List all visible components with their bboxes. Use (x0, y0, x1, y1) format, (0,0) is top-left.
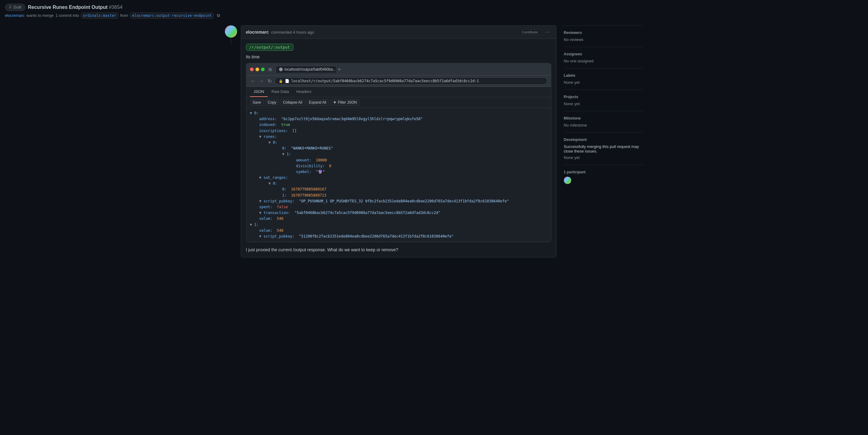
json-line: 0: 1670779085889167 (250, 187, 547, 192)
json-line: ▼ 1: (250, 222, 547, 228)
address-bar[interactable]: 🔒 📄 localhost/r/output/5abf0460bacb6274c… (275, 77, 547, 85)
milestone-title: Milestone (564, 116, 644, 121)
assignees-title: Assignees (564, 52, 644, 56)
json-line: ▼ script_pubkey: "51200f8c2facb2351ede80… (250, 234, 547, 239)
main-layout: elocremarc commented 4 hours ago Contrib… (220, 21, 648, 262)
development-section: Development Successfully merging this pu… (564, 132, 644, 165)
tl-red (250, 68, 254, 71)
json-content: ▼ 0: address: "bc1pp7xzlt9jx50daqzw5rxma… (246, 108, 551, 242)
back-button[interactable]: ← (250, 78, 256, 85)
projects-title: Projects (564, 95, 644, 99)
labels-section: Labels None yet (564, 68, 644, 90)
contributor-badge: Contributor (519, 29, 541, 35)
forward-button[interactable]: → (258, 78, 265, 85)
comment-left (225, 25, 237, 44)
json-toolbar: Save Copy Collapse All Expand All ▼ Filt… (246, 97, 551, 108)
assignees-value: No one assigned (564, 59, 644, 63)
json-line: divisibility: 0 (250, 163, 547, 169)
tab-url: localhost/r/output/5abf0460ba... (284, 67, 336, 71)
json-line: ▼ script_pubkey: "OP_PUSHNUM_1 OP_PUSHBY… (250, 198, 547, 204)
reviewers-section: Reviewers No reviews (564, 25, 644, 47)
json-line: ▼ sat_ranges: (250, 175, 547, 181)
participants-section: 1 participant (564, 165, 644, 189)
sidebar: Reviewers No reviews Assignees No one as… (564, 25, 644, 257)
development-text: Successfully merging this pull request m… (564, 144, 644, 154)
collapse-all-button[interactable]: Collapse All (280, 99, 305, 106)
json-viewer: JSON Raw Data Headers Save Copy Collapse… (246, 87, 551, 242)
route-tag: /r/output/:output (246, 44, 293, 51)
comment-body: /r/output/:output Its time ⊞ (241, 39, 556, 257)
labels-title: Labels (564, 73, 644, 78)
tab-headers[interactable]: Headers (292, 87, 315, 97)
labels-value: None yet (564, 80, 644, 85)
development-value: None yet (564, 155, 644, 160)
reviewers-title: Reviewers (564, 31, 644, 35)
comment-header-right: Contributor ··· (519, 29, 551, 35)
pr-header: ⠿ Draft Recursive Runes Endpoint Output … (0, 0, 868, 21)
browser-nav: ← → ↻ 🔒 📄 localhost/r/output/5abf0460bac… (246, 75, 551, 87)
file-icon: 📄 (285, 79, 289, 83)
json-line: inscriptions: [] (250, 128, 547, 134)
development-title: Development (564, 138, 644, 142)
tab-favicon (279, 68, 283, 71)
pr-meta: elocremarc wants to merge 1 commit into … (5, 12, 863, 19)
json-tabs: JSON Raw Data Headers (246, 87, 551, 97)
copy-button[interactable]: Copy (265, 99, 279, 106)
json-line: ▼ transaction: "5abf0460bacb6274c7a5cac5… (250, 210, 547, 216)
address-text: localhost/r/output/5abf0460bacb6274c7a5c… (291, 79, 479, 83)
avatar (225, 25, 237, 38)
tab-bar: localhost/r/output/5abf0460ba... ✕ + (276, 66, 547, 73)
json-line: 1: 1670779085889713 (250, 193, 547, 198)
json-line: ▼ 1: (250, 151, 547, 157)
participant-avatar (564, 177, 571, 184)
comment-author: elocremarc commented 4 hours ago (246, 30, 314, 35)
tl-green (261, 68, 265, 71)
projects-value: None yet (564, 101, 644, 106)
assignees-section: Assignees No one assigned (564, 47, 644, 68)
copy-branch-button[interactable]: ⧉ (216, 12, 221, 19)
comment-menu-button[interactable]: ··· (544, 29, 551, 35)
json-line: indexed: true (250, 122, 547, 128)
tl-yellow (255, 68, 259, 71)
pr-author[interactable]: elocremarc (5, 13, 25, 18)
tab-json[interactable]: JSON (250, 87, 268, 97)
projects-section: Projects None yet (564, 90, 644, 111)
json-line: ▼ 0: (250, 110, 547, 116)
view-button[interactable]: ⊞ (267, 66, 273, 72)
milestone-value: No milestone (564, 123, 644, 128)
timeline-line (231, 38, 231, 44)
json-line: address: "bc1pp7xzlt9jx50daqzw5rxmac3qd4… (250, 116, 547, 122)
comment-footer-text: I just proxied the current /output respo… (246, 242, 551, 252)
pr-title: Recursive Runes Endpoint Output #3654 (28, 5, 122, 10)
expand-all-button[interactable]: Expand All (306, 99, 329, 106)
browser-tab[interactable]: localhost/r/output/5abf0460ba... ✕ (276, 66, 337, 73)
json-line: ▼ 0: (250, 140, 547, 145)
json-line: symbol: "🔮" (250, 169, 547, 175)
tab-raw-data[interactable]: Raw Data (268, 87, 292, 97)
json-line: value: 546 (250, 228, 547, 234)
json-line: amount: 10000 (250, 158, 547, 163)
draft-badge: ⠿ Draft (5, 4, 25, 11)
refresh-button[interactable]: ↻ (267, 78, 272, 85)
save-button[interactable]: Save (250, 99, 264, 106)
author-name[interactable]: elocremarc (246, 30, 269, 35)
filter-json-button[interactable]: ▼ Filter JSON (330, 99, 360, 106)
pr-number: #3654 (109, 5, 123, 10)
json-line: value: 546 (250, 216, 547, 222)
browser-chrome: ⊞ localhost/r/output/5abf0460ba... ✕ + (246, 63, 551, 75)
base-branch[interactable]: ordinals:master (81, 12, 118, 19)
milestone-section: Milestone No milestone (564, 111, 644, 132)
browser-mockup: ⊞ localhost/r/output/5abf0460ba... ✕ + (246, 63, 551, 242)
json-line: spent: false (250, 204, 547, 210)
comment-wrapper: elocremarc commented 4 hours ago Contrib… (225, 25, 557, 257)
traffic-lights (250, 68, 265, 71)
comment-time: commented 4 hours ago (271, 30, 314, 35)
comment-body-text: Its time (246, 55, 551, 59)
comment-section: elocremarc commented 4 hours ago Contrib… (225, 25, 557, 257)
json-line: ▼ runes: (250, 134, 547, 140)
participants-count: 1 participant (564, 170, 644, 174)
head-branch[interactable]: elocremarc:output-recursive-endpoint (130, 12, 214, 19)
new-tab-button[interactable]: + (338, 67, 341, 72)
comment-header: elocremarc commented 4 hours ago Contrib… (241, 26, 556, 39)
comment-box: elocremarc commented 4 hours ago Contrib… (241, 25, 557, 257)
